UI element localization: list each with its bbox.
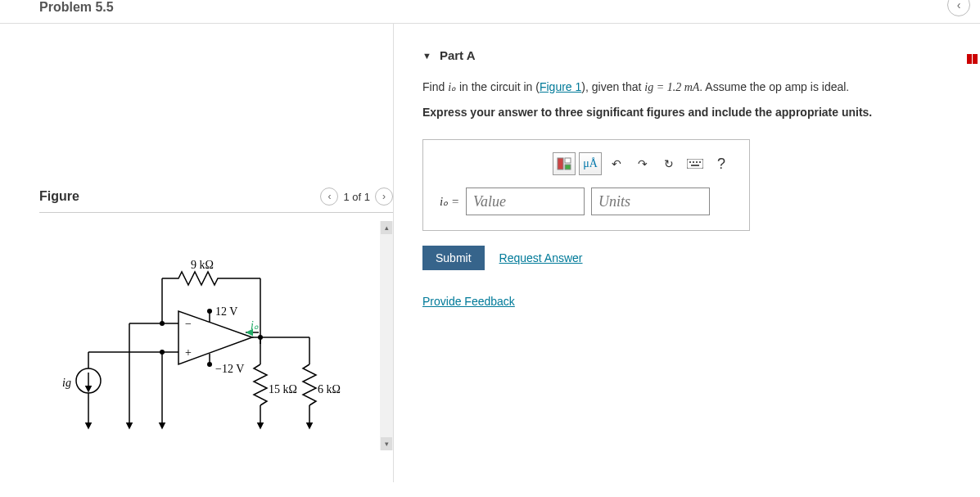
scroll-up-button[interactable]: ▴ (381, 221, 392, 234)
help-button[interactable]: ? (710, 152, 733, 175)
collapse-arrow-icon: ▼ (422, 51, 431, 61)
svg-rect-30 (558, 158, 563, 169)
answer-panel: ▼ Part A Find iₒ in the circuit in (Figu… (393, 24, 980, 482)
r-top-label: 9 kΩ (191, 259, 214, 271)
svg-rect-28 (967, 54, 972, 64)
io-label: iₒ (251, 319, 259, 332)
figure-nav-text: 1 of 1 (343, 191, 370, 203)
submit-button[interactable]: Submit (422, 246, 485, 270)
svg-rect-33 (687, 159, 703, 169)
svg-rect-32 (565, 165, 571, 169)
part-a-header[interactable]: ▼ Part A (422, 48, 955, 62)
ig-label: ig (62, 377, 71, 389)
provide-feedback-link[interactable]: Provide Feedback (422, 295, 955, 308)
svg-point-25 (258, 335, 263, 340)
units-button[interactable]: μÅ (579, 152, 602, 175)
figure-link[interactable]: Figure 1 (540, 80, 581, 93)
keyboard-button[interactable] (684, 152, 707, 175)
redo-button[interactable]: ↷ (631, 152, 654, 175)
reset-button[interactable]: ↻ (657, 152, 680, 175)
svg-rect-38 (691, 165, 699, 166)
svg-rect-36 (696, 161, 698, 163)
units-input[interactable] (591, 188, 710, 215)
answer-box: μÅ ↶ ↷ ↻ ? iₒ = (422, 139, 750, 231)
problem-header: Problem 5.5 (0, 0, 980, 24)
svg-text:−: − (185, 318, 192, 330)
svg-point-21 (160, 321, 165, 326)
equation-label: iₒ = (440, 194, 459, 209)
svg-rect-34 (689, 161, 691, 163)
part-a-title: Part A (440, 48, 476, 62)
r2-label: 6 kΩ (318, 383, 341, 395)
svg-rect-37 (699, 161, 701, 163)
figure-next-button[interactable]: › (375, 188, 393, 206)
templates-button[interactable] (553, 152, 576, 175)
circuit-diagram: − + 9 kΩ 12 V −12 V iₒ ig 15 kΩ 6 kΩ (47, 237, 359, 445)
svg-text:+: + (185, 346, 192, 359)
svg-point-23 (207, 309, 212, 314)
value-input[interactable] (466, 188, 585, 215)
figure-title: Figure (39, 189, 79, 204)
problem-title: Problem 5.5 (39, 0, 114, 14)
answer-toolbar: μÅ ↶ ↷ ↻ ? (440, 152, 733, 175)
figure-prev-button[interactable]: ‹ (320, 188, 338, 206)
figure-nav: ‹ 1 of 1 › (320, 188, 393, 206)
r1-label: 15 kΩ (269, 383, 297, 395)
svg-point-22 (160, 350, 165, 355)
figure-scrollbar[interactable]: ▴ ▾ (380, 221, 393, 450)
svg-rect-35 (693, 161, 694, 163)
flag-icon[interactable] (967, 53, 978, 63)
vneg-label: −12 V (215, 363, 244, 375)
prompt-text: Find iₒ in the circuit in (Figure 1), gi… (422, 79, 955, 96)
vpos-label: 12 V (215, 305, 237, 318)
undo-button[interactable]: ↶ (605, 152, 628, 175)
svg-rect-31 (565, 158, 571, 163)
svg-point-24 (207, 362, 212, 367)
scroll-down-button[interactable]: ▾ (381, 437, 392, 450)
figure-panel: Figure ‹ 1 of 1 › ▴ ▾ (0, 24, 393, 482)
request-answer-link[interactable]: Request Answer (499, 251, 583, 264)
svg-rect-29 (973, 54, 978, 64)
instruction-text: Express your answer to three significant… (422, 106, 955, 119)
